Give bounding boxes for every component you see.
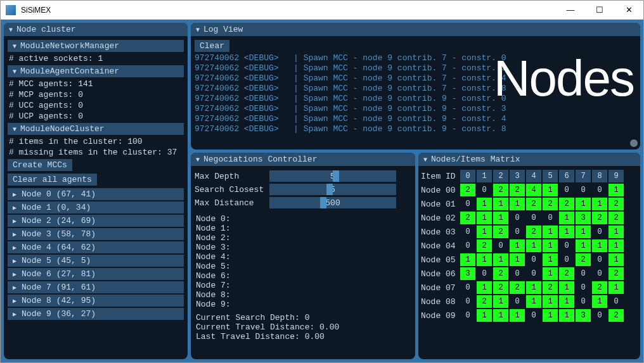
matrix-row-label: Node 03 xyxy=(421,227,459,237)
matrix-header[interactable]: Nodes/Items Matrix xyxy=(418,153,640,166)
node-list-item[interactable]: Node 5 (45, 5) xyxy=(8,255,184,267)
expand-icon xyxy=(13,243,16,252)
slider-thumb[interactable] xyxy=(333,170,339,182)
clear-log-button[interactable]: Clear xyxy=(195,40,229,52)
matrix-cell: 0 xyxy=(460,226,475,238)
matrix-row: Node 022110001322 xyxy=(421,212,638,224)
matrix-cell: 2 xyxy=(493,267,508,280)
matrix-cell: 3 xyxy=(576,309,591,322)
matrix-cell: 0 xyxy=(460,309,475,322)
node-list-item[interactable]: Node 8 (42, 95) xyxy=(8,295,184,307)
app-icon xyxy=(6,5,16,15)
matrix-col-header: 5 xyxy=(543,170,558,182)
module-section-header[interactable]: ModuleNetworkManager xyxy=(8,40,184,52)
matrix-cell: 2 xyxy=(460,212,475,224)
matrix-cell: 1 xyxy=(609,281,624,294)
negotiations-header[interactable]: Negociations Controller xyxy=(191,153,415,166)
slider-label: Max Distance xyxy=(195,198,264,208)
matrix-cell: 0 xyxy=(510,267,525,280)
minimize-button[interactable]: — xyxy=(556,1,585,20)
matrix-cell: 0 xyxy=(526,253,541,266)
matrix-row-label: Node 00 xyxy=(421,186,459,195)
node-cluster-header[interactable]: Node cluster xyxy=(4,23,188,36)
stat-line: # MCC agents: 141 xyxy=(8,79,184,89)
matrix-cell: 0 xyxy=(526,212,541,224)
matrix-cell: 0 xyxy=(510,212,525,224)
nego-node-line: Node 7: xyxy=(195,281,411,290)
matrix-cell: 0 xyxy=(576,281,591,294)
matrix-cell: 2 xyxy=(543,198,558,210)
matrix-cell: 1 xyxy=(510,239,525,252)
node-list-item[interactable]: Node 4 (64, 62) xyxy=(8,241,184,253)
create-mccs-button[interactable]: Create MCCs xyxy=(8,159,72,171)
matrix-cell: 1 xyxy=(493,309,508,322)
slider[interactable]: 5 xyxy=(269,170,396,182)
node-list-item[interactable]: Node 7 (91, 61) xyxy=(8,281,184,293)
node-cluster-title: Node cluster xyxy=(16,25,76,34)
log-line: 972740062 <DEBUG> | Spawn MCC - node 9 c… xyxy=(195,94,636,104)
matrix-cell: 2 xyxy=(493,281,508,294)
log-view-header[interactable]: Log View xyxy=(191,23,640,36)
module-section-header[interactable]: ModuleAgentContainer xyxy=(8,65,184,77)
nego-status-line: Current Search Depth: 0 xyxy=(195,313,411,322)
matrix-cell: 0 xyxy=(592,184,607,196)
log-line: 972740062 <DEBUG> | Spawn MCC - node 9 c… xyxy=(195,63,636,73)
slider-thumb[interactable] xyxy=(320,197,326,208)
collapse-icon xyxy=(13,41,16,51)
slider[interactable]: 5 xyxy=(269,184,396,195)
nego-status-line: Current Travel Distance: 0.00 xyxy=(195,322,411,332)
slider-row: Max Depth5 xyxy=(195,170,411,182)
matrix-cell: 1 xyxy=(576,239,591,252)
module-section-header[interactable]: ModuleNodeCluster xyxy=(8,123,184,135)
matrix-cell: 1 xyxy=(543,267,558,280)
stat-line: # MCP agents: 0 xyxy=(8,89,184,100)
matrix-cell: 0 xyxy=(543,212,558,224)
node-list-item[interactable]: Node 0 (67, 41) xyxy=(8,188,184,200)
expand-icon xyxy=(13,216,16,226)
node-list-item[interactable]: Node 6 (27, 81) xyxy=(8,268,184,280)
matrix-cell: 2 xyxy=(543,281,558,294)
node-list-item[interactable]: Node 1 (0, 34) xyxy=(8,201,184,213)
matrix-col-header: 4 xyxy=(526,170,541,182)
matrix-row-label: Node 01 xyxy=(421,200,459,209)
matrix-col-header: 2 xyxy=(493,170,508,182)
titlebar: SiSiMEX — ☐ ✕ xyxy=(1,1,643,20)
node-list-item[interactable]: Node 9 (36, 27) xyxy=(8,308,184,320)
matrix-cell: 0 xyxy=(559,253,574,266)
matrix-cell: 2 xyxy=(510,184,525,196)
matrix-row-label: Node 06 xyxy=(421,269,459,279)
matrix-cell: 2 xyxy=(526,198,541,210)
matrix-cell: 1 xyxy=(559,281,574,294)
matrix-cell: 1 xyxy=(592,295,607,308)
matrix-cell: 1 xyxy=(477,198,492,210)
log-line: 972740062 <DEBUG> | Spawn MCC - node 9 c… xyxy=(195,73,636,84)
resize-grip-icon[interactable] xyxy=(630,139,638,147)
node-list-item[interactable]: Node 2 (24, 69) xyxy=(8,215,184,227)
matrix-cell: 1 xyxy=(493,295,508,308)
matrix-cell: 1 xyxy=(477,253,492,266)
expand-icon xyxy=(13,229,16,239)
negotiations-title: Negociations Controller xyxy=(203,155,317,164)
window-title: SiSiMEX xyxy=(21,6,556,15)
maximize-button[interactable]: ☐ xyxy=(585,1,614,20)
close-button[interactable]: ✕ xyxy=(614,1,643,20)
matrix-cell: 0 xyxy=(460,281,475,294)
collapse-icon xyxy=(9,25,13,34)
matrix-row: Node 080210111010 xyxy=(421,295,638,308)
slider-thumb[interactable] xyxy=(326,184,333,195)
log-line: 972740062 <DEBUG> | Spawn MCC - node 9 c… xyxy=(195,114,636,124)
collapse-icon xyxy=(13,67,16,76)
matrix-cell: 1 xyxy=(609,253,624,266)
collapse-icon xyxy=(423,155,427,164)
slider[interactable]: 500 xyxy=(269,197,396,208)
matrix-cell: 1 xyxy=(576,226,591,238)
matrix-row: Node 010111222112 xyxy=(421,198,638,210)
expand-icon xyxy=(13,256,16,265)
clear-agents-button[interactable]: Clear all agents xyxy=(8,174,97,186)
matrix-row-label: Node 08 xyxy=(421,297,459,307)
matrix-cell: 0 xyxy=(460,198,475,210)
matrix-cell: 1 xyxy=(609,239,624,252)
node-list-item[interactable]: Node 3 (58, 78) xyxy=(8,228,184,240)
nego-node-line: Node 6: xyxy=(195,271,411,281)
matrix-cell: 1 xyxy=(526,239,541,252)
